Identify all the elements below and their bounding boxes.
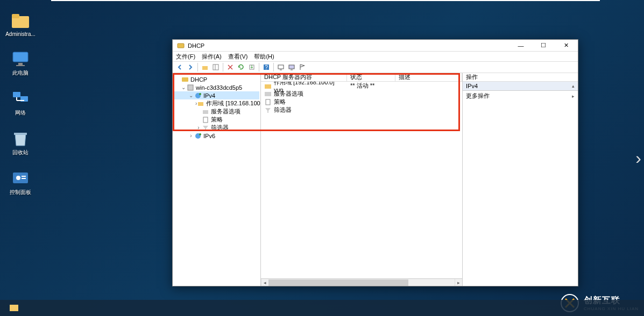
toolbar-separator — [273, 63, 274, 71]
show-hide-button[interactable] — [211, 62, 221, 72]
list-row-scope[interactable]: 作用域 [192.168.100.0] yun ** 活动 ** — [261, 82, 462, 90]
menu-action[interactable]: 操作(A) — [202, 53, 222, 61]
monitor2-icon — [288, 63, 295, 71]
list-row-policies[interactable]: 策略 — [261, 98, 462, 106]
tree-ipv6[interactable]: › IPv6 — [174, 132, 259, 140]
horizontal-scrollbar[interactable]: ◂ ▸ — [261, 278, 462, 286]
export-button[interactable] — [247, 62, 257, 72]
tool-button-1[interactable] — [276, 62, 286, 72]
tree-pane[interactable]: DHCP ⌄ win-c3d33dcd5p5 ⌄ IPv4 › 作用域 [192… — [173, 73, 261, 286]
filter-icon — [202, 124, 209, 132]
svg-rect-21 — [278, 65, 284, 69]
tree-filters[interactable]: › 筛选器 — [174, 124, 259, 132]
column-description[interactable]: 描述 — [395, 73, 462, 81]
column-status[interactable]: 状态 — [347, 73, 395, 81]
tool-button-2[interactable] — [287, 62, 296, 72]
actions-header: 操作 — [463, 73, 578, 82]
menu-file[interactable]: 文件(F) — [176, 53, 195, 61]
svg-rect-9 — [14, 133, 27, 135]
policy-icon — [264, 99, 272, 105]
help-button[interactable]: ? — [261, 62, 271, 72]
svg-rect-35 — [265, 92, 271, 96]
tree-server[interactable]: ⌄ win-c3d33dcd5p5 — [174, 83, 259, 91]
network-icon — [11, 89, 30, 108]
taskbar[interactable] — [0, 300, 644, 316]
tree-label: win-c3d33dcd5p5 — [196, 84, 242, 91]
options-icon — [264, 91, 272, 97]
svg-rect-3 — [18, 63, 23, 65]
desktop-icon-administrator[interactable]: Administra... — [4, 11, 37, 37]
forward-button[interactable] — [186, 62, 195, 72]
gallery-next-arrow[interactable]: › — [635, 148, 641, 168]
dhcp-icon — [177, 42, 185, 49]
delete-button[interactable] — [225, 62, 235, 72]
close-button[interactable]: ✕ — [558, 41, 574, 51]
svg-rect-29 — [198, 102, 203, 106]
flag-icon — [299, 63, 306, 71]
tree-label: IPv6 — [203, 133, 215, 139]
top-bar-artifact — [51, 0, 600, 1]
list-body[interactable]: 作用域 [192.168.100.0] yun ** 活动 ** 服务器选项 策… — [261, 82, 462, 278]
list-row-server-options[interactable]: 服务器选项 — [261, 90, 462, 98]
actions-item-label: 更多操作 — [466, 92, 490, 100]
ipv6-icon — [194, 132, 202, 140]
desktop-icons: Administra... 此电脑 网络 回收站 控制面板 — [4, 11, 37, 196]
delete-icon — [227, 63, 234, 71]
scope-icon — [197, 100, 204, 107]
actions-pane: 操作 IPv4 ▴ 更多操作 ▸ — [462, 73, 578, 286]
user-folder-icon — [11, 11, 30, 30]
actions-section-ipv4[interactable]: IPv4 ▴ — [463, 82, 578, 91]
refresh-button[interactable] — [236, 62, 246, 72]
scroll-track[interactable] — [268, 279, 455, 286]
titlebar[interactable]: DHCP — ☐ ✕ — [173, 40, 578, 52]
actions-more[interactable]: 更多操作 ▸ — [463, 91, 578, 101]
export-icon — [248, 63, 256, 71]
svg-rect-14 — [178, 44, 184, 48]
tool-button-3[interactable] — [298, 62, 307, 72]
dhcp-window: DHCP — ☐ ✕ 文件(F) 操作(A) 查看(V) 帮助(H) ? — [172, 39, 578, 286]
maximize-button[interactable]: ☐ — [536, 41, 551, 51]
tree-ipv4[interactable]: ⌄ IPv4 — [174, 91, 259, 99]
expander-icon[interactable]: ⌄ — [180, 84, 187, 90]
svg-point-33 — [199, 133, 201, 135]
svg-rect-1 — [12, 14, 19, 18]
toolbar-separator — [223, 63, 223, 71]
desktop-icon-control-panel[interactable]: 控制面板 — [4, 168, 37, 196]
desktop-icon-this-pc[interactable]: 此电脑 — [4, 49, 37, 77]
column-content[interactable]: DHCP 服务器内容 — [261, 73, 347, 81]
tree-scope[interactable]: › 作用域 [192.168.100.0] yun — [174, 99, 259, 107]
expander-icon[interactable]: › — [195, 125, 202, 131]
menu-help[interactable]: 帮助(H) — [254, 53, 274, 61]
scroll-left-arrow[interactable]: ◂ — [261, 279, 268, 286]
tree-policies[interactable]: 策略 — [174, 116, 259, 124]
expander-icon[interactable]: ⌄ — [188, 92, 194, 98]
list-row-filters[interactable]: 筛选器 — [261, 106, 462, 114]
window-controls: — ☐ ✕ — [513, 41, 574, 51]
minimize-button[interactable]: — — [513, 41, 528, 51]
desktop-icon-network[interactable]: 网络 — [4, 89, 37, 117]
recycle-bin-icon — [11, 128, 30, 148]
dhcp-icon — [181, 76, 189, 83]
scope-icon — [264, 83, 272, 89]
toolbar-separator — [259, 63, 259, 71]
expander-icon[interactable]: › — [188, 133, 194, 139]
toolbar: ? — [173, 61, 578, 73]
tree-server-options[interactable]: 服务器选项 — [174, 107, 259, 116]
content-area: DHCP ⌄ win-c3d33dcd5p5 ⌄ IPv4 › 作用域 [192… — [173, 73, 578, 286]
scroll-right-arrow[interactable]: ▸ — [455, 279, 462, 286]
menu-view[interactable]: 查看(V) — [228, 53, 248, 61]
svg-rect-38 — [10, 305, 18, 311]
taskbar-item[interactable] — [4, 301, 24, 315]
tree-label: IPv4 — [203, 92, 215, 99]
panel-icon — [212, 63, 220, 71]
desktop-icon-label: 回收站 — [12, 149, 29, 156]
tree-root-dhcp[interactable]: DHCP — [174, 75, 259, 83]
svg-rect-12 — [22, 176, 26, 177]
up-button[interactable] — [200, 62, 210, 72]
collapse-icon[interactable]: ▴ — [572, 83, 575, 89]
svg-rect-15 — [202, 66, 208, 70]
scroll-thumb[interactable] — [268, 279, 408, 286]
back-button[interactable] — [175, 62, 185, 72]
svg-point-28 — [199, 93, 201, 95]
desktop-icon-recycle-bin[interactable]: 回收站 — [4, 128, 37, 156]
